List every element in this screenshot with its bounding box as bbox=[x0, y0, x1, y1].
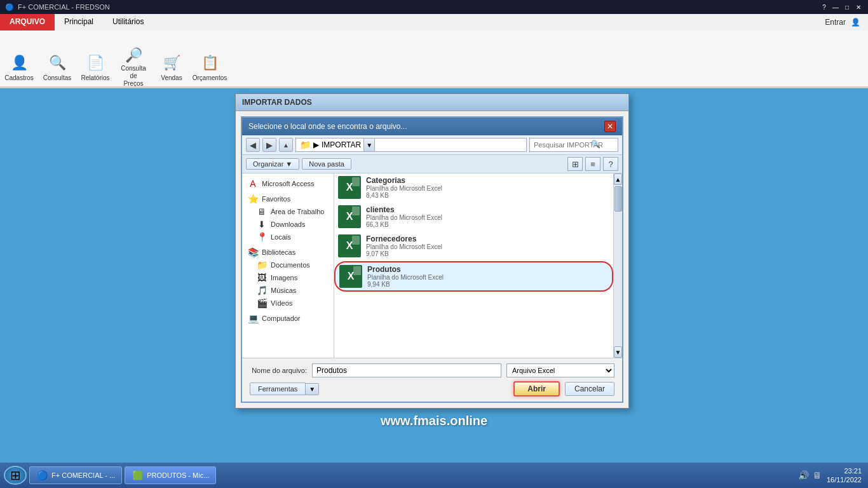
taskbar-item-excel[interactable]: 🟩 PRODUTOS - Mic... bbox=[125, 466, 216, 484]
ferramentas-dropdown[interactable]: ▼ bbox=[306, 383, 319, 395]
view-list-button[interactable]: ≡ bbox=[585, 157, 600, 171]
minimize-button[interactable]: — bbox=[831, 3, 840, 11]
sidebar-documentos[interactable]: 📁 Documentos bbox=[242, 259, 334, 271]
file-name-produtos: Produtos bbox=[367, 265, 444, 274]
address-path[interactable]: 📁 ▶ IMPORTAR ▼ bbox=[295, 138, 527, 152]
address-bar: ◀ ▶ ▲ 📁 ▶ IMPORTAR ▼ 🔍 bbox=[242, 135, 622, 155]
filename-input[interactable] bbox=[312, 363, 501, 377]
organizar-button[interactable]: Organizar ▼ bbox=[246, 158, 299, 170]
scroll-up-button[interactable]: ▲ bbox=[614, 173, 622, 185]
file-item-fornecedores[interactable]: X Fornecedores Planilha do Microsoft Exc… bbox=[334, 232, 613, 260]
sidebar-access-label: Microsoft Access bbox=[262, 180, 315, 187]
volume-icon[interactable]: 🔊 bbox=[798, 470, 809, 480]
locais-icon: 📍 bbox=[256, 232, 268, 242]
vendas-label: Vendas bbox=[161, 74, 182, 82]
sidebar-downloads[interactable]: ⬇ Downloads bbox=[242, 218, 334, 231]
toolbar-right: ⊞ ≡ ? bbox=[567, 157, 618, 171]
path-text: IMPORTAR bbox=[322, 140, 361, 149]
sidebar-locais[interactable]: 📍 Locais bbox=[242, 231, 334, 243]
forward-button[interactable]: ▶ bbox=[262, 138, 276, 152]
start-button[interactable]: ⊞ bbox=[4, 466, 27, 485]
filetype-select[interactable]: Arquivo Excel bbox=[506, 363, 614, 377]
documentos-icon: 📁 bbox=[256, 260, 268, 270]
file-type-fornecedores: Planilha do Microsoft Excel bbox=[366, 243, 442, 250]
orcamentos-button[interactable]: 📋 Orçamentos bbox=[196, 51, 224, 84]
import-content: Selecione o local onde se encontra o arq… bbox=[236, 111, 628, 408]
ribbon: ARQUIVO Principal Utilitários Entrar 👤 👤… bbox=[0, 14, 868, 88]
consultas-button[interactable]: 🔍 Consultas bbox=[43, 51, 71, 84]
filename-row: Nome do arquivo: Arquivo Excel bbox=[250, 363, 614, 377]
nova-pasta-button[interactable]: Nova pasta bbox=[302, 158, 351, 170]
file-info-produtos: Produtos Planilha do Microsoft Excel 9,9… bbox=[367, 265, 444, 288]
vendas-button[interactable]: 🛒 Vendas bbox=[158, 51, 186, 84]
clock-time: 23:21 bbox=[827, 466, 862, 475]
abrir-button[interactable]: Abrir bbox=[513, 381, 560, 396]
scrollbar[interactable]: ▲ ▼ bbox=[613, 173, 622, 358]
sidebar-videos[interactable]: 🎬 Vídeos bbox=[242, 297, 334, 309]
view-toggle-button[interactable]: ⊞ bbox=[567, 157, 583, 171]
taskbar-item-fmais[interactable]: 🔵 F+ COMERCIAL - ... bbox=[29, 466, 122, 484]
sidebar-bibliotecas[interactable]: 📚 Bibliotecas bbox=[242, 246, 334, 259]
videos-icon: 🎬 bbox=[256, 298, 268, 308]
help-button[interactable]: ? bbox=[820, 3, 829, 11]
monitor-icon[interactable]: 🖥 bbox=[813, 470, 822, 480]
tab-principal[interactable]: Principal bbox=[55, 14, 103, 30]
app-icon: 🔵 bbox=[5, 3, 14, 11]
scroll-thumb[interactable] bbox=[614, 186, 622, 212]
ribbon-tabs: ARQUIVO Principal Utilitários Entrar 👤 bbox=[0, 14, 868, 30]
up-button[interactable]: ▲ bbox=[279, 138, 293, 152]
ribbon-content: 👤 Cadastros 🔍 Consultas 📄 Relatórios 🔎 C… bbox=[0, 30, 868, 88]
entrar-button[interactable]: Entrar bbox=[825, 18, 846, 27]
scroll-down-button[interactable]: ▼ bbox=[614, 346, 622, 358]
import-title-text: IMPORTAR DADOS bbox=[242, 98, 312, 107]
website-text: www.fmais.online bbox=[381, 414, 487, 428]
cadastros-button[interactable]: 👤 Cadastros bbox=[5, 51, 33, 84]
sidebar-computador[interactable]: 💻 Computador bbox=[242, 312, 334, 325]
sidebar-favoritos[interactable]: ⭐ Favoritos bbox=[242, 193, 334, 205]
sidebar-favoritos-label: Favoritos bbox=[262, 195, 290, 203]
taskbar-items: 🔵 F+ COMERCIAL - ... 🟩 PRODUTOS - Mic... bbox=[29, 466, 796, 484]
tab-utilitarios[interactable]: Utilitários bbox=[103, 14, 153, 30]
cadastros-label: Cadastros bbox=[4, 74, 34, 82]
sidebar-favoritos-section: ⭐ Favoritos 🖥 Área de Trabalho ⬇ Downloa… bbox=[242, 193, 334, 243]
back-button[interactable]: ◀ bbox=[246, 138, 260, 152]
maximize-button[interactable]: □ bbox=[843, 3, 851, 11]
ribbon-right: Entrar 👤 bbox=[825, 14, 868, 30]
consulta-precos-button[interactable]: 🔎 Consulta de Preços bbox=[119, 51, 147, 84]
file-type-produtos: Planilha do Microsoft Excel bbox=[367, 274, 444, 281]
file-item-clientes[interactable]: X clientes Planilha do Microsoft Excel 6… bbox=[334, 203, 613, 231]
file-sidebar: A Microsoft Access ⭐ Favoritos 🖥 bbox=[242, 173, 334, 358]
actions-row: Ferramentas ▼ Abrir Cancelar bbox=[250, 381, 614, 396]
orcamentos-icon: 📋 bbox=[200, 53, 220, 73]
sidebar-locais-label: Locais bbox=[271, 233, 291, 241]
relatorios-label: Relatórios bbox=[81, 74, 109, 82]
tab-arquivo[interactable]: ARQUIVO bbox=[0, 14, 55, 30]
file-dialog-title-text: Selecione o local onde se encontra o arq… bbox=[248, 122, 407, 131]
sidebar-imagens[interactable]: 🖼 Imagens bbox=[242, 271, 334, 284]
file-item-produtos[interactable]: X Produtos Planilha do Microsoft Excel 9… bbox=[334, 261, 613, 292]
file-name-fornecedores: Fornecedores bbox=[366, 234, 442, 243]
consulta-precos-label: Consulta de Preços bbox=[119, 65, 147, 88]
ferramentas-button[interactable]: Ferramentas bbox=[250, 383, 306, 395]
excel-icon-categorias: X bbox=[338, 176, 361, 199]
file-name-clientes: clientes bbox=[366, 205, 442, 214]
close-button[interactable]: ✕ bbox=[854, 3, 863, 11]
ferramentas-group: Ferramentas ▼ bbox=[250, 383, 319, 395]
search-input[interactable] bbox=[529, 138, 618, 152]
file-type-clientes: Planilha do Microsoft Excel bbox=[366, 214, 442, 221]
sidebar-area-de-trabalho[interactable]: 🖥 Área de Trabalho bbox=[242, 205, 334, 218]
file-size-fornecedores: 9,07 KB bbox=[366, 250, 442, 257]
help-file-button[interactable]: ? bbox=[603, 157, 618, 171]
file-size-clientes: 66,3 KB bbox=[366, 221, 442, 228]
nova-pasta-label: Nova pasta bbox=[309, 160, 344, 168]
relatorios-button[interactable]: 📄 Relatórios bbox=[81, 51, 109, 84]
sidebar-musicas[interactable]: 🎵 Músicas bbox=[242, 284, 334, 297]
sidebar-microsoft-access[interactable]: A Microsoft Access bbox=[242, 177, 334, 190]
file-dialog-close-button[interactable]: ✕ bbox=[604, 121, 616, 132]
path-dropdown[interactable]: ▼ bbox=[363, 138, 375, 152]
file-item-categorias[interactable]: X Categorias Planilha do Microsoft Excel… bbox=[334, 173, 613, 201]
sys-tray-icons: 🔊 🖥 bbox=[798, 470, 822, 480]
cancelar-button[interactable]: Cancelar bbox=[565, 382, 614, 396]
clock: 23:21 16/11/2022 bbox=[827, 466, 862, 485]
excel-icon-produtos: X bbox=[339, 265, 362, 288]
